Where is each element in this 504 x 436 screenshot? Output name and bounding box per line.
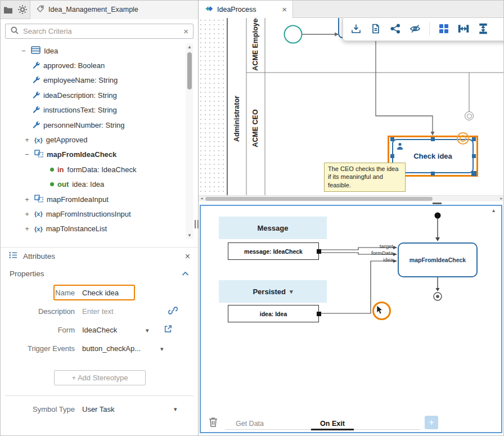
tree-item-attribute[interactable]: employeeName: String (1, 73, 184, 88)
selection-handle[interactable] (431, 172, 435, 176)
collapse-icon[interactable]: − (23, 150, 31, 159)
search-bar: × (5, 24, 194, 39)
editor-tab-bar: IdeaProcess × (199, 1, 504, 18)
expand-icon[interactable]: + (23, 136, 31, 144)
property-row-form: Form IdeaCheck ▾ (1, 321, 198, 339)
selection-handle[interactable] (472, 137, 476, 141)
form-value[interactable]: IdeaCheck (82, 326, 117, 334)
scrollbar-thumb[interactable] (205, 197, 433, 201)
toolbar-separator (429, 22, 430, 35)
tree-item-idea[interactable]: − Idea (1, 43, 184, 58)
node-label: mapFromIdeaCheck (410, 257, 466, 263)
distribute-vertical-icon[interactable] (478, 23, 489, 34)
tree-item-function[interactable]: + {x} getApproved (1, 132, 184, 147)
properties-section-header[interactable]: Properties (1, 265, 198, 282)
selection-handle[interactable] (431, 137, 435, 141)
tree-item-mapping-selected[interactable]: − mapFromIdeaCheck (1, 147, 184, 162)
description-value[interactable]: Enter text (82, 307, 114, 316)
task-label: Check idea (413, 152, 452, 160)
distribute-horizontal-icon[interactable] (458, 23, 469, 34)
click-highlight-ring (372, 302, 391, 320)
tree-item-label: personnelNumber: String (43, 121, 125, 129)
tree-item-label: formData: IdeaCheck (68, 165, 137, 174)
symbol-type-dropdown-icon[interactable]: ▾ (174, 406, 177, 413)
document-icon[interactable] (370, 23, 381, 34)
chevron-up-icon[interactable] (182, 271, 189, 276)
close-tab-icon[interactable]: × (282, 5, 287, 14)
tree-item-attribute[interactable]: approved: Boolean (1, 58, 184, 73)
import-download-icon[interactable] (350, 23, 362, 34)
collapse-icon[interactable]: − (20, 47, 28, 55)
wrench-icon (32, 120, 40, 130)
delete-trash-icon[interactable] (208, 416, 218, 430)
tree-item-attribute[interactable]: ideaDescription: String (1, 88, 184, 102)
port-label-target: target (368, 243, 393, 249)
tree-item-param-out[interactable]: out idea: Idea (1, 177, 184, 192)
folder-icon[interactable] (1, 1, 15, 19)
trigger-dropdown-icon[interactable]: ▾ (160, 345, 164, 352)
close-attributes-icon[interactable]: × (185, 251, 190, 262)
tree-item-label: mapToInstanceList (46, 224, 107, 233)
tab-on-exit[interactable]: On Exit (307, 420, 358, 428)
open-external-icon[interactable] (163, 324, 173, 336)
splitter-handle[interactable] (433, 203, 442, 204)
scroll-left-icon[interactable]: ◄ (200, 196, 204, 200)
param-direction: out (57, 180, 69, 188)
form-dropdown-icon[interactable]: ▾ (146, 326, 149, 334)
tree-item-label: mapFromIdeaInput (47, 195, 109, 204)
mapping-icon (34, 195, 43, 204)
tree-item-function[interactable]: + {x} mapToInstanceList (1, 222, 184, 236)
name-value[interactable]: Check idea (82, 289, 119, 297)
tree-item-label: Idea (44, 47, 58, 55)
tree-item-label: ideaDescription: String (43, 91, 117, 100)
hide-eye-off-icon[interactable] (410, 23, 421, 34)
mapping-editor-panel[interactable]: ▴ Message message: IdeaCheck Persisted ▾… (200, 205, 502, 433)
tree-item-param-in[interactable]: in formData: IdeaCheck (1, 162, 184, 177)
tab-label: IdeaProcess (217, 6, 256, 14)
trigger-events-label: Trigger Events (1, 344, 75, 353)
properties-form: Name Check idea Description Enter text F… (1, 284, 198, 358)
selection-handle[interactable] (472, 154, 476, 158)
scrollbar-thumb[interactable] (187, 52, 192, 89)
bpmn-canvas[interactable]: Administrator ACME Employee ACME CEO Che… (199, 18, 504, 195)
script-icon: {x} (34, 137, 43, 143)
link-icon[interactable] (168, 305, 178, 317)
tiles-layout-icon[interactable] (438, 23, 449, 34)
annotation-note[interactable]: The CEO checks the idea if its meaningfu… (324, 163, 406, 192)
expand-icon[interactable]: + (23, 210, 31, 218)
attributes-title: Attributes (23, 252, 55, 260)
boundary-event-highlight[interactable] (457, 132, 469, 145)
clear-search-icon[interactable]: × (183, 26, 188, 36)
share-icon[interactable] (390, 23, 401, 34)
tab-idea-process[interactable]: IdeaProcess × (199, 1, 293, 18)
expand-icon[interactable]: + (23, 224, 31, 233)
tag-icon (36, 5, 44, 15)
symbol-type-value[interactable]: User Task (82, 405, 115, 413)
entity-icon (31, 46, 40, 56)
add-stereotype-button[interactable]: + Add Stereotype (54, 370, 146, 385)
scroll-up-icon[interactable]: ▲ (186, 44, 194, 50)
property-row-symbol-type: Symbol Type User Task ▾ (1, 401, 198, 417)
tab-get-data[interactable]: Get Data (224, 420, 275, 428)
scroll-right-icon[interactable]: ► (500, 196, 503, 200)
tree-item-attribute[interactable]: personnelNumber: String (1, 118, 184, 132)
map-from-idea-check-node[interactable]: mapFromIdeaCheck (398, 242, 478, 277)
expand-icon[interactable]: + (23, 195, 31, 204)
mapping-connectors (201, 206, 501, 432)
model-tab[interactable]: Idea_Management_Example (30, 1, 198, 19)
trigger-events-value[interactable]: button_checkAp... (82, 344, 141, 353)
gear-icon[interactable] (15, 1, 30, 19)
tree-item-mapping[interactable]: + mapFromIdeaInput (1, 192, 184, 206)
scroll-down-icon[interactable]: ▼ (186, 233, 194, 238)
tree-item-function[interactable]: + {x} mapFromInstructionsInput (1, 206, 184, 221)
tree-scrollbar[interactable]: ▲ ▼ (186, 43, 194, 239)
canvas-horizontal-scrollbar[interactable]: ◄ ► (199, 195, 504, 201)
intermediate-event-icon[interactable] (465, 111, 474, 120)
selection-handle[interactable] (390, 137, 394, 141)
search-input[interactable] (23, 27, 179, 35)
panel-resize-grip[interactable] (195, 220, 199, 228)
add-tab-button[interactable]: + (425, 416, 438, 429)
resize-handle[interactable] (471, 171, 476, 176)
tree-item-attribute[interactable]: instructionsText: String (1, 103, 184, 118)
selection-handle[interactable] (390, 154, 394, 158)
